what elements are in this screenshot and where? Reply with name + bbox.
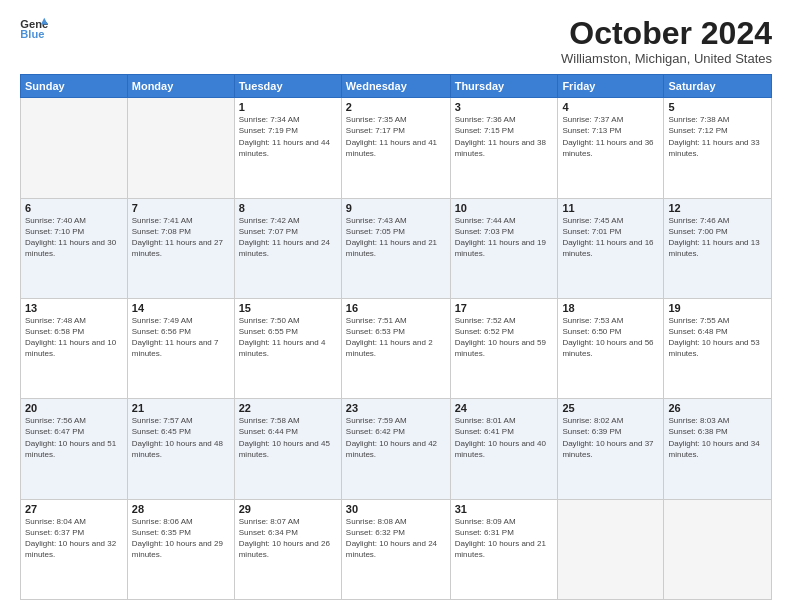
day-number: 23 bbox=[346, 402, 446, 414]
day-info: Sunrise: 8:09 AMSunset: 6:31 PMDaylight:… bbox=[455, 516, 554, 561]
day-number: 9 bbox=[346, 202, 446, 214]
day-number: 12 bbox=[668, 202, 767, 214]
day-info: Sunrise: 7:45 AMSunset: 7:01 PMDaylight:… bbox=[562, 215, 659, 260]
table-cell: 27Sunrise: 8:04 AMSunset: 6:37 PMDayligh… bbox=[21, 499, 128, 599]
table-cell bbox=[21, 98, 128, 198]
day-number: 31 bbox=[455, 503, 554, 515]
calendar-page: General Blue October 2024 Williamston, M… bbox=[0, 0, 792, 612]
day-number: 18 bbox=[562, 302, 659, 314]
day-info: Sunrise: 7:43 AMSunset: 7:05 PMDaylight:… bbox=[346, 215, 446, 260]
header-tuesday: Tuesday bbox=[234, 75, 341, 98]
day-info: Sunrise: 7:36 AMSunset: 7:15 PMDaylight:… bbox=[455, 114, 554, 159]
table-cell: 20Sunrise: 7:56 AMSunset: 6:47 PMDayligh… bbox=[21, 399, 128, 499]
table-cell: 7Sunrise: 7:41 AMSunset: 7:08 PMDaylight… bbox=[127, 198, 234, 298]
table-cell: 3Sunrise: 7:36 AMSunset: 7:15 PMDaylight… bbox=[450, 98, 558, 198]
week-row-3: 13Sunrise: 7:48 AMSunset: 6:58 PMDayligh… bbox=[21, 298, 772, 398]
day-info: Sunrise: 7:50 AMSunset: 6:55 PMDaylight:… bbox=[239, 315, 337, 360]
table-cell: 25Sunrise: 8:02 AMSunset: 6:39 PMDayligh… bbox=[558, 399, 664, 499]
table-cell: 19Sunrise: 7:55 AMSunset: 6:48 PMDayligh… bbox=[664, 298, 772, 398]
day-info: Sunrise: 7:41 AMSunset: 7:08 PMDaylight:… bbox=[132, 215, 230, 260]
day-number: 11 bbox=[562, 202, 659, 214]
day-info: Sunrise: 8:06 AMSunset: 6:35 PMDaylight:… bbox=[132, 516, 230, 561]
table-cell: 29Sunrise: 8:07 AMSunset: 6:34 PMDayligh… bbox=[234, 499, 341, 599]
table-cell: 24Sunrise: 8:01 AMSunset: 6:41 PMDayligh… bbox=[450, 399, 558, 499]
day-number: 24 bbox=[455, 402, 554, 414]
day-number: 13 bbox=[25, 302, 123, 314]
day-number: 17 bbox=[455, 302, 554, 314]
table-cell: 14Sunrise: 7:49 AMSunset: 6:56 PMDayligh… bbox=[127, 298, 234, 398]
day-info: Sunrise: 7:58 AMSunset: 6:44 PMDaylight:… bbox=[239, 415, 337, 460]
header-thursday: Thursday bbox=[450, 75, 558, 98]
table-cell: 10Sunrise: 7:44 AMSunset: 7:03 PMDayligh… bbox=[450, 198, 558, 298]
day-info: Sunrise: 7:59 AMSunset: 6:42 PMDaylight:… bbox=[346, 415, 446, 460]
day-info: Sunrise: 7:35 AMSunset: 7:17 PMDaylight:… bbox=[346, 114, 446, 159]
header-friday: Friday bbox=[558, 75, 664, 98]
day-number: 16 bbox=[346, 302, 446, 314]
day-number: 15 bbox=[239, 302, 337, 314]
table-cell: 31Sunrise: 8:09 AMSunset: 6:31 PMDayligh… bbox=[450, 499, 558, 599]
table-cell: 4Sunrise: 7:37 AMSunset: 7:13 PMDaylight… bbox=[558, 98, 664, 198]
day-number: 14 bbox=[132, 302, 230, 314]
header-monday: Monday bbox=[127, 75, 234, 98]
day-info: Sunrise: 7:48 AMSunset: 6:58 PMDaylight:… bbox=[25, 315, 123, 360]
day-info: Sunrise: 8:04 AMSunset: 6:37 PMDaylight:… bbox=[25, 516, 123, 561]
day-info: Sunrise: 7:40 AMSunset: 7:10 PMDaylight:… bbox=[25, 215, 123, 260]
day-number: 7 bbox=[132, 202, 230, 214]
day-info: Sunrise: 7:46 AMSunset: 7:00 PMDaylight:… bbox=[668, 215, 767, 260]
table-cell: 12Sunrise: 7:46 AMSunset: 7:00 PMDayligh… bbox=[664, 198, 772, 298]
header-wednesday: Wednesday bbox=[341, 75, 450, 98]
day-number: 25 bbox=[562, 402, 659, 414]
day-info: Sunrise: 8:03 AMSunset: 6:38 PMDaylight:… bbox=[668, 415, 767, 460]
header: General Blue October 2024 Williamston, M… bbox=[20, 16, 772, 66]
day-number: 10 bbox=[455, 202, 554, 214]
table-cell: 28Sunrise: 8:06 AMSunset: 6:35 PMDayligh… bbox=[127, 499, 234, 599]
day-number: 20 bbox=[25, 402, 123, 414]
day-number: 6 bbox=[25, 202, 123, 214]
day-info: Sunrise: 7:56 AMSunset: 6:47 PMDaylight:… bbox=[25, 415, 123, 460]
table-cell: 18Sunrise: 7:53 AMSunset: 6:50 PMDayligh… bbox=[558, 298, 664, 398]
table-cell: 23Sunrise: 7:59 AMSunset: 6:42 PMDayligh… bbox=[341, 399, 450, 499]
day-info: Sunrise: 7:38 AMSunset: 7:12 PMDaylight:… bbox=[668, 114, 767, 159]
day-number: 8 bbox=[239, 202, 337, 214]
weekday-header-row: Sunday Monday Tuesday Wednesday Thursday… bbox=[21, 75, 772, 98]
month-title: October 2024 bbox=[561, 16, 772, 51]
day-number: 22 bbox=[239, 402, 337, 414]
logo-icon: General Blue bbox=[20, 16, 48, 40]
table-cell bbox=[558, 499, 664, 599]
day-number: 29 bbox=[239, 503, 337, 515]
table-cell: 13Sunrise: 7:48 AMSunset: 6:58 PMDayligh… bbox=[21, 298, 128, 398]
day-info: Sunrise: 7:57 AMSunset: 6:45 PMDaylight:… bbox=[132, 415, 230, 460]
table-cell bbox=[127, 98, 234, 198]
day-info: Sunrise: 8:08 AMSunset: 6:32 PMDaylight:… bbox=[346, 516, 446, 561]
day-info: Sunrise: 8:01 AMSunset: 6:41 PMDaylight:… bbox=[455, 415, 554, 460]
logo: General Blue bbox=[20, 16, 48, 40]
table-cell: 9Sunrise: 7:43 AMSunset: 7:05 PMDaylight… bbox=[341, 198, 450, 298]
header-saturday: Saturday bbox=[664, 75, 772, 98]
day-info: Sunrise: 7:51 AMSunset: 6:53 PMDaylight:… bbox=[346, 315, 446, 360]
table-cell: 2Sunrise: 7:35 AMSunset: 7:17 PMDaylight… bbox=[341, 98, 450, 198]
table-cell: 11Sunrise: 7:45 AMSunset: 7:01 PMDayligh… bbox=[558, 198, 664, 298]
table-cell: 22Sunrise: 7:58 AMSunset: 6:44 PMDayligh… bbox=[234, 399, 341, 499]
day-info: Sunrise: 7:49 AMSunset: 6:56 PMDaylight:… bbox=[132, 315, 230, 360]
table-cell: 8Sunrise: 7:42 AMSunset: 7:07 PMDaylight… bbox=[234, 198, 341, 298]
title-section: October 2024 Williamston, Michigan, Unit… bbox=[561, 16, 772, 66]
day-number: 28 bbox=[132, 503, 230, 515]
day-number: 2 bbox=[346, 101, 446, 113]
day-number: 26 bbox=[668, 402, 767, 414]
svg-text:Blue: Blue bbox=[20, 28, 44, 40]
table-cell: 17Sunrise: 7:52 AMSunset: 6:52 PMDayligh… bbox=[450, 298, 558, 398]
week-row-2: 6Sunrise: 7:40 AMSunset: 7:10 PMDaylight… bbox=[21, 198, 772, 298]
day-number: 5 bbox=[668, 101, 767, 113]
day-info: Sunrise: 7:34 AMSunset: 7:19 PMDaylight:… bbox=[239, 114, 337, 159]
day-info: Sunrise: 7:42 AMSunset: 7:07 PMDaylight:… bbox=[239, 215, 337, 260]
day-info: Sunrise: 7:44 AMSunset: 7:03 PMDaylight:… bbox=[455, 215, 554, 260]
day-number: 27 bbox=[25, 503, 123, 515]
day-info: Sunrise: 7:37 AMSunset: 7:13 PMDaylight:… bbox=[562, 114, 659, 159]
day-info: Sunrise: 7:55 AMSunset: 6:48 PMDaylight:… bbox=[668, 315, 767, 360]
day-info: Sunrise: 7:52 AMSunset: 6:52 PMDaylight:… bbox=[455, 315, 554, 360]
table-cell: 26Sunrise: 8:03 AMSunset: 6:38 PMDayligh… bbox=[664, 399, 772, 499]
week-row-5: 27Sunrise: 8:04 AMSunset: 6:37 PMDayligh… bbox=[21, 499, 772, 599]
header-sunday: Sunday bbox=[21, 75, 128, 98]
location: Williamston, Michigan, United States bbox=[561, 51, 772, 66]
day-info: Sunrise: 7:53 AMSunset: 6:50 PMDaylight:… bbox=[562, 315, 659, 360]
